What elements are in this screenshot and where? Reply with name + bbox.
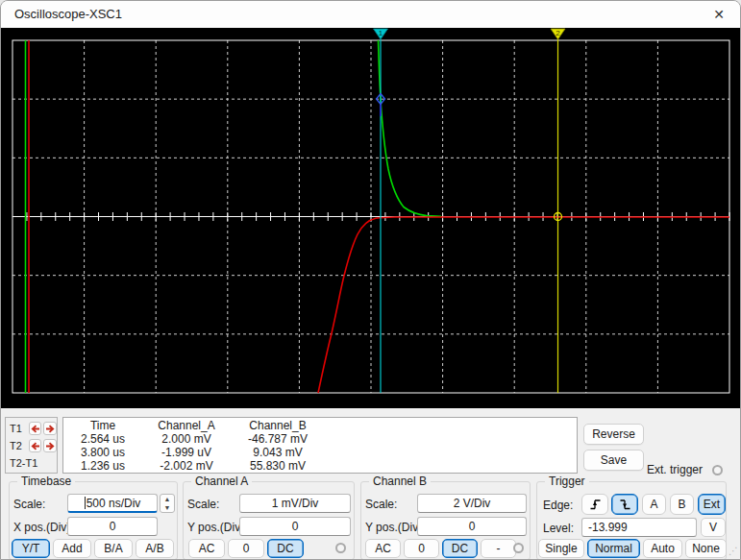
arrow-left-icon: [31, 442, 40, 450]
cursor-delta-label: T2-T1: [10, 457, 37, 469]
window-title: Oscilloscope-XSC1: [14, 1, 122, 28]
falling-edge-button[interactable]: [611, 494, 638, 515]
timebase-scale-label: Scale:: [13, 498, 45, 511]
measurement-header-row: Time Channel_A Channel_B: [63, 419, 577, 432]
timebase-scale-spinner[interactable]: ▲ ▼: [160, 494, 175, 513]
trigger-level-value: -13.999: [588, 521, 628, 534]
close-icon[interactable]: ✕: [704, 3, 734, 26]
delta-channel-b: 55.830 mV: [231, 459, 325, 473]
delta-channel-a: -2.002 mV: [142, 459, 231, 473]
channel-b-ypos-field[interactable]: 0: [417, 517, 527, 536]
trigger-title: Trigger: [545, 475, 589, 488]
channel-a-ypos-value: 0: [292, 520, 299, 533]
channel-a-scale-label: Scale:: [187, 498, 219, 511]
timebase-group: Timebase Scale: 500 ns/Div ▲ ▼ X pos.(Di…: [9, 481, 178, 560]
trigger-single-button[interactable]: Single: [538, 539, 584, 558]
timebase-add-button[interactable]: Add: [53, 539, 91, 558]
falling-edge-icon: [619, 499, 631, 511]
channel-a-dc-button[interactable]: DC: [267, 539, 304, 558]
channel-a-scale-field[interactable]: 1 mV/Div: [239, 494, 351, 513]
cursor-1-label: 1: [379, 29, 383, 37]
arrow-left-icon: [31, 425, 40, 433]
table-row-t2: 3.800 us -1.999 uV 9.043 mV: [63, 446, 577, 459]
trigger-level-label: Level:: [543, 522, 574, 535]
save-button[interactable]: Save: [583, 450, 644, 471]
trigger-auto-button[interactable]: Auto: [643, 539, 682, 558]
channel-b-scale-label: Scale:: [365, 498, 397, 511]
t1-channel-b: -46.787 mV: [231, 432, 325, 446]
trigger-group: Trigger Edge: A B Ext Level: -13.999 V S…: [536, 481, 727, 560]
reverse-button[interactable]: Reverse: [583, 424, 644, 445]
rising-edge-button[interactable]: [581, 494, 608, 515]
timebase-yt-button[interactable]: Y/T: [12, 539, 50, 558]
timebase-xpos-field[interactable]: 0: [67, 517, 158, 536]
t2-left-button[interactable]: [29, 439, 42, 452]
caret-down-icon[interactable]: ▼: [161, 503, 174, 512]
timebase-xpos-label: X pos.(Div):: [13, 521, 74, 534]
t1-time: 2.564 us: [63, 432, 142, 446]
timebase-title: Timebase: [17, 475, 75, 488]
trigger-source-b-button[interactable]: B: [670, 494, 694, 515]
timebase-scale-value: 500 ns/Div: [86, 497, 141, 510]
scope-display: 1 2: [1, 28, 741, 408]
table-row-t2-t1: 1.236 us -2.002 mV 55.830 mV: [63, 459, 577, 473]
timebase-scale-field[interactable]: 500 ns/Div: [67, 494, 158, 513]
trigger-level-field[interactable]: -13.999: [581, 518, 697, 537]
channel-a-scale-value: 1 mV/Div: [272, 497, 319, 510]
channel-b-ac-button[interactable]: AC: [365, 539, 401, 558]
col-header-channel-a: Channel_A: [142, 419, 231, 432]
timebase-ab-button[interactable]: A/B: [136, 539, 174, 558]
title-bar: Oscilloscope-XSC1 ✕: [1, 1, 740, 28]
cursor-readout-panel: T1 T2 T2-T1: [5, 417, 58, 474]
t1-right-button[interactable]: [43, 422, 57, 435]
trigger-none-button[interactable]: None: [685, 539, 727, 558]
timebase-xpos-value: 0: [110, 520, 116, 533]
channel-a-ac-button[interactable]: AC: [188, 539, 225, 558]
channel-b-minus-button[interactable]: -: [481, 539, 516, 558]
t1-left-button[interactable]: [29, 422, 42, 435]
rising-edge-icon: [589, 499, 602, 511]
cursor-t2-label: T2: [10, 440, 27, 451]
t2-channel-a: -1.999 uV: [142, 446, 231, 459]
t1-channel-a: 2.000 mV: [142, 432, 231, 446]
channel-b-terminal[interactable]: [513, 543, 524, 553]
delta-time: 1.236 us: [63, 459, 142, 473]
resize-grip[interactable]: ⋰: [727, 546, 738, 557]
ext-trigger-terminal[interactable]: [712, 465, 723, 475]
channel-b-zero-button[interactable]: 0: [404, 539, 439, 558]
trigger-normal-button[interactable]: Normal: [587, 539, 640, 558]
arrow-right-icon: [45, 442, 55, 450]
oscilloscope-window: Oscilloscope-XSC1 ✕ 1: [0, 0, 741, 560]
channel-a-zero-button[interactable]: 0: [228, 539, 264, 558]
table-row-t1: 2.564 us 2.000 mV -46.787 mV: [63, 432, 577, 446]
t2-channel-b: 9.043 mV: [231, 446, 325, 459]
t2-time: 3.800 us: [63, 446, 142, 459]
trigger-source-ext-button[interactable]: Ext: [698, 494, 726, 515]
cursor-2-label: 2: [556, 29, 560, 37]
channel-b-ypos-value: 0: [469, 520, 476, 533]
caret-up-icon[interactable]: ▲: [161, 495, 174, 503]
trigger-source-a-button[interactable]: A: [642, 494, 666, 515]
channel-a-group: Channel A Scale: 1 mV/Div Y pos.(Div): 0…: [183, 481, 355, 560]
text-caret: [85, 497, 86, 509]
measurement-table: Time Channel_A Channel_B 2.564 us 2.000 …: [62, 417, 578, 474]
channel-b-dc-button[interactable]: DC: [442, 539, 478, 558]
channel-b-title: Channel B: [369, 475, 431, 488]
col-header-channel-b: Channel_B: [231, 419, 325, 432]
channel-b-scale-field[interactable]: 2 V/Div: [417, 494, 527, 513]
channel-a-terminal[interactable]: [335, 543, 346, 553]
arrow-right-icon: [45, 425, 55, 433]
channel-b-group: Channel B Scale: 2 V/Div Y pos.(Div): 0 …: [360, 481, 531, 560]
t2-right-button[interactable]: [43, 439, 57, 452]
trigger-edge-label: Edge:: [543, 499, 573, 512]
channel-a-ypos-field[interactable]: 0: [239, 517, 351, 536]
trigger-level-unit-button[interactable]: V: [701, 518, 726, 537]
cursor-t1-label: T1: [10, 423, 27, 434]
channel-b-scale-value: 2 V/Div: [454, 497, 491, 510]
col-header-time: Time: [63, 419, 142, 432]
ext-trigger-label: Ext. trigger: [647, 463, 703, 476]
timebase-ba-button[interactable]: B/A: [94, 539, 133, 558]
channel-a-title: Channel A: [191, 475, 252, 488]
